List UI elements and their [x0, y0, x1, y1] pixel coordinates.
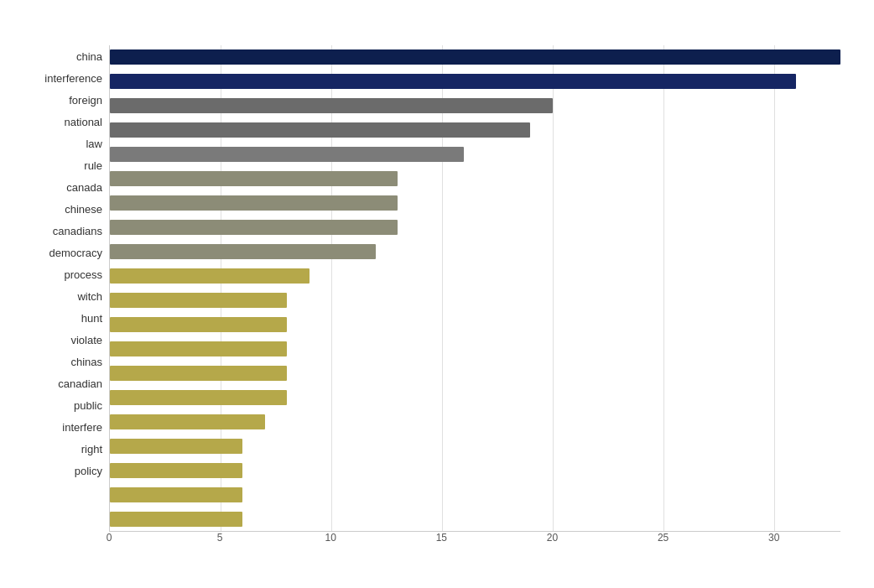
bar-row	[110, 167, 840, 191]
x-tick-label: 5	[217, 532, 223, 544]
bar	[110, 439, 242, 454]
bar	[110, 317, 287, 332]
y-label: interfere	[62, 416, 102, 438]
bar	[110, 390, 287, 405]
y-label: canadians	[53, 220, 102, 242]
bar	[110, 49, 840, 65]
y-label: interference	[44, 67, 102, 89]
bar	[110, 74, 796, 89]
x-tick-label: 30	[768, 532, 779, 544]
bar	[110, 195, 398, 211]
bar-row	[110, 216, 840, 240]
bar-row	[110, 434, 840, 458]
y-label: witch	[77, 285, 102, 307]
y-label: chinese	[65, 198, 102, 220]
x-axis-labels: 051015202530	[109, 532, 840, 552]
bar	[110, 463, 242, 478]
bar-row	[110, 70, 840, 94]
bar	[110, 414, 265, 429]
bar-row	[110, 385, 840, 409]
y-label: chinas	[70, 351, 102, 372]
bar	[110, 171, 398, 186]
bar-row	[110, 264, 840, 289]
bar-row	[110, 240, 840, 264]
y-label: china	[76, 45, 102, 67]
plot-area	[109, 45, 840, 532]
x-tick-label: 0	[107, 532, 112, 544]
bar-row	[110, 191, 840, 216]
bar	[110, 487, 242, 502]
bar	[110, 341, 287, 356]
y-label: right	[81, 438, 102, 460]
bars-container	[110, 45, 840, 531]
bar-row	[110, 482, 840, 507]
y-label: public	[74, 394, 102, 416]
bar	[110, 366, 287, 381]
x-tick-label: 10	[325, 532, 336, 544]
x-tick-label: 20	[547, 532, 558, 544]
y-label: rule	[84, 154, 102, 176]
y-label: hunt	[81, 307, 102, 329]
bar	[110, 98, 553, 113]
bar	[110, 122, 530, 138]
bar-row	[110, 289, 840, 313]
chart-container: chinainterferenceforeignnationallawrulec…	[0, 0, 874, 588]
bar-row	[110, 361, 840, 385]
bottom-section: 051015202530	[17, 532, 840, 574]
bar	[110, 268, 310, 284]
y-label: national	[64, 111, 102, 133]
y-label: democracy	[49, 242, 102, 263]
y-label: violate	[70, 329, 102, 351]
bar-row	[110, 45, 840, 70]
y-label: law	[86, 133, 102, 154]
y-label: canada	[66, 176, 102, 198]
x-tick-label: 25	[658, 532, 669, 544]
bar	[110, 220, 398, 235]
bar-row	[110, 143, 840, 167]
y-axis: chinainterferenceforeignnationallawrulec…	[17, 45, 109, 532]
y-label: foreign	[69, 89, 102, 111]
y-label: policy	[75, 460, 102, 481]
y-label: process	[64, 263, 102, 285]
bar	[110, 512, 242, 527]
bar-row	[110, 336, 840, 361]
bar	[110, 244, 376, 259]
x-tick-label: 15	[436, 532, 447, 544]
bar-row	[110, 118, 840, 143]
chart-area: chinainterferenceforeignnationallawrulec…	[17, 45, 840, 532]
bar-row	[110, 458, 840, 482]
bar	[110, 293, 287, 308]
bar-row	[110, 312, 840, 336]
bar	[110, 147, 464, 162]
bar-row	[110, 94, 840, 118]
bar-row	[110, 409, 840, 434]
bar-row	[110, 507, 840, 531]
y-label: canadian	[58, 372, 102, 394]
